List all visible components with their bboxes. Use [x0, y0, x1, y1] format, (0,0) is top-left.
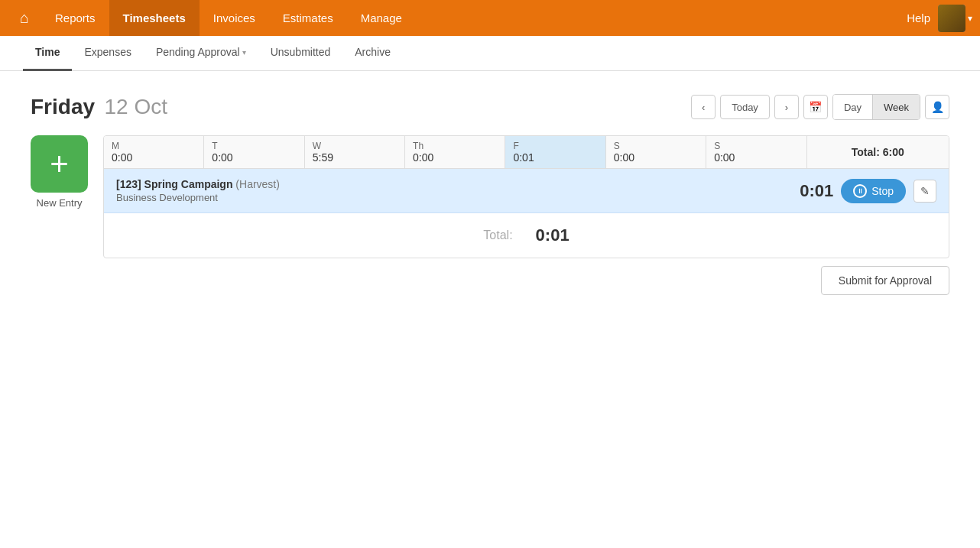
wed-abbr: W — [313, 141, 397, 151]
right-nav: Help ▾ — [907, 5, 972, 32]
week-view-button[interactable]: Week — [873, 95, 920, 119]
nav-item-timesheets[interactable]: Timesheets — [109, 0, 200, 36]
submit-area: Submit for Approval — [103, 258, 949, 303]
submit-for-approval-button[interactable]: Submit for Approval — [821, 266, 949, 295]
time-entry-row: [123] Spring Campaign (Harvest) Business… — [104, 169, 949, 213]
nav-item-manage[interactable]: Manage — [347, 0, 416, 36]
sat-abbr: S — [614, 141, 698, 151]
week-grid-container: M 0:00 T 0:00 W 5:59 Th 0:00 — [103, 135, 949, 303]
team-icon: 👤 — [931, 101, 944, 113]
edit-icon: ✎ — [920, 185, 930, 197]
prev-week-button[interactable]: ‹ — [691, 95, 716, 119]
total-value: 0:01 — [536, 225, 570, 245]
nav-item-reports[interactable]: Reports — [41, 0, 109, 36]
main-content: Friday 12 Oct ‹ Today › 📅 Day Week 👤 + N… — [0, 71, 980, 548]
mon-abbr: M — [112, 141, 196, 151]
team-button[interactable]: 👤 — [925, 95, 949, 119]
day-view-button[interactable]: Day — [833, 95, 873, 119]
calendar-button[interactable]: 📅 — [803, 95, 828, 119]
user-dropdown-arrow: ▾ — [968, 13, 972, 24]
tab-expenses[interactable]: Expenses — [72, 36, 143, 71]
tab-time[interactable]: Time — [23, 36, 72, 71]
home-button[interactable]: ⌂ — [8, 0, 41, 36]
entry-right: 0:01 ⏸ Stop ✎ — [800, 179, 936, 203]
date-header: Friday 12 Oct ‹ Today › 📅 Day Week 👤 — [31, 94, 949, 120]
home-icon: ⌂ — [20, 9, 29, 27]
total-label: Total: — [483, 229, 512, 242]
day-name: Friday — [31, 95, 95, 118]
week-total: Total: 6:00 — [807, 136, 949, 168]
tab-unsubmitted[interactable]: Unsubmitted — [258, 36, 343, 71]
entry-info: [123] Spring Campaign (Harvest) Business… — [116, 178, 280, 203]
entry-time: 0:01 — [800, 181, 833, 201]
avatar-image — [938, 5, 965, 32]
thu-time: 0:00 — [413, 151, 497, 164]
tab-archive[interactable]: Archive — [342, 36, 403, 71]
edit-entry-button[interactable]: ✎ — [913, 180, 936, 203]
entry-project-name: [123] Spring Campaign — [116, 178, 232, 190]
total-row: Total: 0:01 — [104, 213, 949, 258]
stop-label: Stop — [871, 185, 894, 197]
calendar-icon: 📅 — [809, 101, 822, 113]
entry-task: Business Development — [116, 192, 280, 203]
new-entry-label: New Entry — [37, 197, 83, 209]
thu-abbr: Th — [413, 141, 497, 151]
next-week-button[interactable]: › — [774, 95, 799, 119]
help-link[interactable]: Help — [907, 11, 930, 24]
tue-abbr: T — [212, 141, 296, 151]
week-day-sat: S 0:00 — [606, 136, 706, 168]
view-toggle-group: Day Week — [832, 94, 920, 120]
time-section: + New Entry M 0:00 T 0:00 W — [31, 135, 949, 303]
nav-item-invoices[interactable]: Invoices — [200, 0, 269, 36]
nav-item-estimates[interactable]: Estimates — [269, 0, 347, 36]
mon-time: 0:00 — [112, 151, 196, 164]
week-day-sun: S 0:00 — [706, 136, 806, 168]
week-total-value: 6:00 — [883, 146, 904, 158]
entry-client-label: (Harvest) — [235, 178, 280, 190]
sat-time: 0:00 — [614, 151, 698, 164]
tab-pending-approval[interactable]: Pending Approval ▾ — [144, 36, 258, 71]
week-grid: M 0:00 T 0:00 W 5:59 Th 0:00 — [103, 135, 949, 258]
user-menu[interactable]: ▾ — [938, 5, 972, 32]
sub-nav: Time Expenses Pending Approval ▾ Unsubmi… — [0, 36, 980, 71]
today-button[interactable]: Today — [720, 95, 770, 119]
sun-abbr: S — [714, 141, 798, 151]
week-day-thu: Th 0:00 — [405, 136, 505, 168]
fri-time: 0:01 — [513, 151, 597, 164]
date-title: Friday 12 Oct — [31, 95, 167, 119]
tue-time: 0:00 — [212, 151, 296, 164]
stop-button[interactable]: ⏸ Stop — [841, 179, 906, 203]
entry-project: [123] Spring Campaign (Harvest) — [116, 178, 280, 190]
week-header: M 0:00 T 0:00 W 5:59 Th 0:00 — [104, 136, 949, 169]
week-day-fri: F 0:01 — [505, 136, 605, 168]
sun-time: 0:00 — [714, 151, 798, 164]
week-day-wed: W 5:59 — [305, 136, 405, 168]
top-nav: ⌂ Reports Timesheets Invoices Estimates … — [0, 0, 980, 36]
fri-abbr: F — [513, 141, 597, 151]
date-controls: ‹ Today › 📅 Day Week 👤 — [691, 94, 949, 120]
new-entry-button[interactable]: + New Entry — [31, 135, 88, 209]
day-date: 12 Oct — [104, 95, 167, 118]
pending-approval-arrow: ▾ — [242, 48, 246, 57]
wed-time: 5:59 — [313, 151, 397, 164]
week-day-tue: T 0:00 — [204, 136, 304, 168]
week-day-mon: M 0:00 — [104, 136, 204, 168]
new-entry-plus-icon: + — [31, 135, 88, 193]
avatar — [938, 5, 965, 32]
week-total-label: Total: — [852, 146, 880, 158]
stop-icon: ⏸ — [853, 184, 867, 198]
